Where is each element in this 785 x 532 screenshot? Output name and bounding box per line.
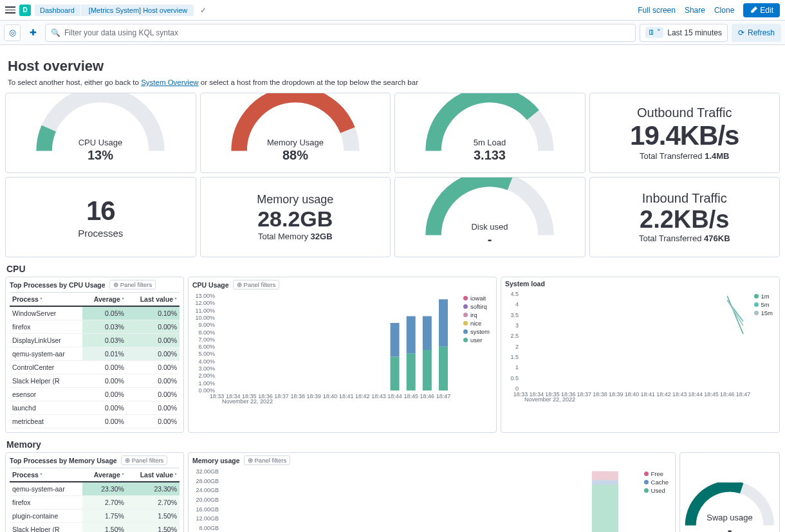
svg-text:13%: 13%: [88, 148, 113, 162]
legend-item[interactable]: iowait: [463, 295, 490, 302]
memusage-value: 28.2GB: [257, 206, 333, 232]
svg-text:2.5: 2.5: [510, 333, 519, 339]
svg-text:1.00%: 1.00%: [198, 380, 215, 387]
col-process[interactable]: Process˅: [10, 468, 82, 482]
svg-text:8.00%: 8.00%: [198, 329, 215, 336]
svg-text:CPU Usage: CPU Usage: [78, 138, 123, 147]
breadcrumb-current[interactable]: [Metrics System] Host overview: [81, 5, 194, 16]
svg-text:2.00%: 2.00%: [198, 372, 215, 379]
svg-text:18:43: 18:43: [672, 391, 687, 398]
pencil-icon: [750, 6, 757, 14]
add-filter-button[interactable]: ✚: [24, 24, 41, 41]
table-row[interactable]: plugin-containe1.75%1.50%: [10, 509, 180, 523]
svg-text:7.00%: 7.00%: [198, 336, 215, 343]
top-mem-title: Top Processes by Memory Usage: [10, 457, 117, 464]
saved-check-icon: ✓: [200, 6, 207, 15]
col-average[interactable]: Average˅: [82, 468, 127, 482]
cpu-usage-chart-title: CPU Usage: [192, 281, 229, 289]
table-row[interactable]: WindowServer0.05%0.10%: [10, 306, 180, 320]
svg-text:18:40: 18:40: [323, 393, 338, 399]
svg-text:11.00%: 11.00%: [195, 307, 215, 314]
refresh-button[interactable]: ⟳ Refresh: [732, 24, 781, 42]
svg-rect-29: [439, 299, 448, 347]
legend-item[interactable]: nice: [463, 320, 490, 327]
outbound-title: Outbound Traffic: [630, 105, 739, 120]
table-row[interactable]: DisplayLinkUser0.03%0.00%: [10, 334, 180, 347]
svg-text:9.00%: 9.00%: [198, 322, 215, 328]
col-last[interactable]: Last value˅: [127, 293, 180, 307]
cpu-usage-chart-card: CPU Usage ⊕ Panel filters 0.00%1.00%2.00…: [188, 277, 497, 433]
outbound-value: 19.4KB/s: [630, 120, 739, 151]
svg-text:18:39: 18:39: [307, 393, 322, 399]
svg-text:18:42: 18:42: [355, 393, 370, 399]
svg-text:18:37: 18:37: [274, 393, 289, 399]
svg-text:24.00GB: 24.00GB: [196, 487, 219, 493]
svg-text:6.00%: 6.00%: [198, 344, 215, 350]
table-row[interactable]: metricbeat0.00%0.00%: [10, 415, 180, 428]
svg-text:3.00%: 3.00%: [198, 365, 215, 372]
table-row[interactable]: Slack Helper (R1.50%1.50%: [10, 523, 180, 533]
table-row[interactable]: firefox2.70%2.70%: [10, 496, 180, 509]
svg-text:28.00GB: 28.00GB: [196, 478, 219, 484]
legend-item[interactable]: 15m: [754, 309, 773, 316]
svg-rect-82: [592, 480, 618, 484]
svg-text:5.00%: 5.00%: [198, 351, 215, 357]
panel-filters-button[interactable]: ⊕ Panel filters: [109, 280, 156, 289]
svg-rect-27: [423, 316, 432, 351]
table-row[interactable]: qemu-system-aar0.01%0.00%: [10, 347, 180, 361]
table-row[interactable]: Slack Helper (R0.00%0.00%: [10, 374, 180, 388]
svg-text:2: 2: [515, 344, 519, 350]
table-row[interactable]: firefox0.03%0.00%: [10, 320, 180, 334]
svg-text:18:47: 18:47: [436, 393, 451, 399]
svg-text:4.00%: 4.00%: [198, 358, 215, 365]
system-overview-link[interactable]: System Overview: [141, 78, 198, 86]
search-icon: 🔍: [51, 28, 60, 37]
memory-usage-gauge-panel: Memory Usage 88%: [200, 93, 391, 173]
col-average[interactable]: Average˅: [82, 293, 127, 307]
kql-search-input[interactable]: 🔍 Filter your data using KQL syntax: [45, 24, 636, 42]
panel-filters-button[interactable]: ⊕ Panel filters: [121, 455, 168, 465]
legend-item[interactable]: 5m: [754, 301, 773, 308]
edit-button[interactable]: Edit: [743, 3, 780, 17]
svg-rect-23: [391, 323, 400, 357]
processes-value: 16: [78, 196, 123, 226]
col-last[interactable]: Last value˅: [127, 468, 180, 482]
legend-item[interactable]: Free: [644, 470, 669, 477]
svg-text:Disk used: Disk used: [472, 222, 508, 232]
clone-link[interactable]: Clone: [714, 6, 734, 15]
time-range-picker[interactable]: 🗓 ˅ Last 15 minutes: [640, 24, 728, 42]
table-row[interactable]: launchd0.00%0.00%: [10, 401, 180, 415]
legend-item[interactable]: Cache: [644, 479, 669, 486]
legend-item[interactable]: system: [463, 328, 490, 335]
legend-item[interactable]: user: [463, 336, 490, 344]
swap-usage-gauge-card: Swap usage -: [679, 452, 780, 532]
breadcrumb-dashboard[interactable]: Dashboard: [35, 5, 81, 16]
panel-filters-button[interactable]: ⊕ Panel filters: [244, 455, 291, 465]
svg-text:3.133: 3.133: [474, 148, 506, 162]
query-menu-button[interactable]: ◎: [4, 24, 21, 41]
panel-filters-button[interactable]: ⊕ Panel filters: [233, 280, 280, 289]
outbound-sub: Total Transferred 1.4MB: [630, 151, 739, 161]
svg-text:November 22, 2022: November 22, 2022: [524, 396, 575, 403]
svg-text:5m Load: 5m Load: [474, 138, 506, 147]
table-row[interactable]: esensor0.00%0.00%: [10, 388, 180, 401]
app-badge[interactable]: D: [19, 5, 31, 16]
edit-label: Edit: [760, 6, 773, 15]
full-screen-link[interactable]: Full screen: [638, 6, 676, 15]
top-cpu-title: Top Processes by CPU Usage: [10, 281, 106, 289]
processes-label: Processes: [78, 228, 123, 239]
legend-item[interactable]: irq: [463, 311, 490, 318]
legend-item[interactable]: 1m: [754, 293, 773, 300]
col-process[interactable]: Process˅: [10, 293, 82, 307]
cpu-section-header: CPU: [6, 264, 780, 274]
legend-item[interactable]: Used: [644, 487, 669, 494]
legend-item[interactable]: softirq: [463, 303, 490, 310]
hamburger-menu-icon[interactable]: [5, 5, 15, 15]
table-row[interactable]: qemu-system-aar23.30%23.30%: [10, 482, 180, 496]
svg-text:3.5: 3.5: [510, 312, 519, 318]
breadcrumb: Dashboard [Metrics System] Host overview: [35, 5, 194, 16]
table-row[interactable]: ControlCenter0.00%0.00%: [10, 361, 180, 374]
inbound-sub: Total Transferred 476KB: [639, 234, 730, 243]
svg-text:18:46: 18:46: [720, 391, 735, 398]
share-link[interactable]: Share: [685, 6, 705, 15]
